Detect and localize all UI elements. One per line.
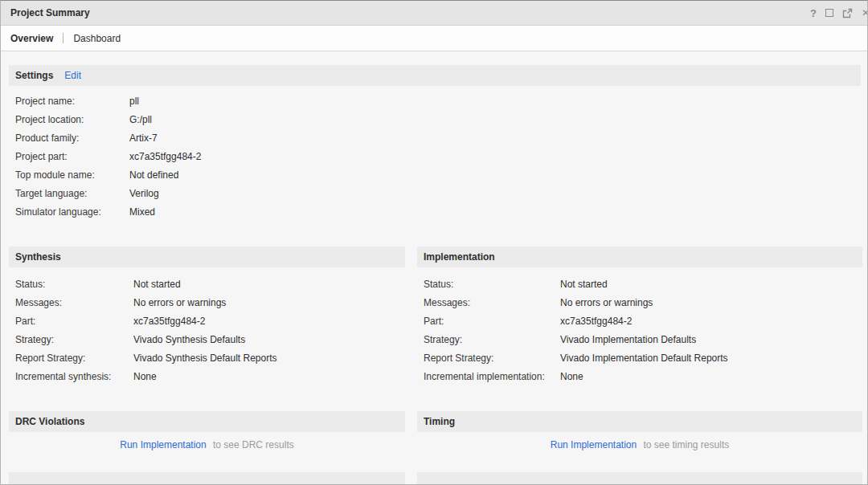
implementation-rows: Status: Not started Messages: No errors … <box>417 267 862 385</box>
synthesis-section: Synthesis Status: Not started Messages: … <box>9 247 405 385</box>
implementation-title: Implementation <box>424 251 495 263</box>
implementation-row-strategy: Strategy: Vivado Implementation Defaults <box>424 330 862 348</box>
settings-row-top-module: Top module name: Not defined <box>15 165 861 184</box>
panel-title: Project Summary <box>10 7 90 18</box>
summary-tabbar: Overview Dashboard <box>1 26 867 51</box>
timing-run-line: Run Implementation to see timing results <box>417 432 862 450</box>
timing-title: Timing <box>424 416 455 427</box>
drc-run-line: Run Implementation to see DRC results <box>9 432 405 450</box>
drc-timing-columns: DRC Violations Run Implementation to see… <box>9 411 861 450</box>
implementation-row-report-strategy: Report Strategy: Vivado Implementation D… <box>424 348 862 367</box>
incremental-synthesis-link[interactable]: None <box>133 371 157 382</box>
incremental-implementation-link[interactable]: None <box>560 371 583 382</box>
implementation-row-part: Part: xc7a35tfgg484-2 <box>424 312 862 330</box>
tab-dashboard[interactable]: Dashboard <box>73 33 121 44</box>
settings-row-simulator-language: Simulator language: Mixed <box>15 202 861 221</box>
drc-violations-title: DRC Violations <box>15 416 84 427</box>
tab-overview[interactable]: Overview <box>10 33 53 44</box>
settings-row-target-language: Target language: Verilog <box>15 184 861 202</box>
help-icon[interactable]: ? <box>810 7 817 19</box>
implementation-row-incremental: Incremental implementation: None <box>424 367 862 385</box>
implementation-row-status: Status: Not started <box>424 275 862 293</box>
project-part-link[interactable]: xc7a35tfgg484-2 <box>129 151 201 162</box>
titlebar-icons: ? ✕ <box>810 7 862 19</box>
implementation-header: Implementation <box>417 247 862 267</box>
cutoff-strip-right <box>417 472 862 485</box>
settings-title: Settings <box>15 70 53 81</box>
settings-row-product-family: Product family: Artix-7 <box>15 128 861 147</box>
settings-row-project-name: Project name: pll <box>15 92 861 110</box>
synthesis-strategy-link[interactable]: Vivado Synthesis Defaults <box>133 334 245 345</box>
synthesis-row-status: Status: Not started <box>15 275 405 293</box>
cutoff-section-strips <box>9 472 861 485</box>
implementation-report-strategy-link[interactable]: Vivado Implementation Default Reports <box>560 353 728 364</box>
panel-titlebar: Project Summary ? ✕ <box>1 1 867 26</box>
implementation-row-messages: Messages: No errors or warnings <box>424 293 862 312</box>
synthesis-row-incremental: Incremental synthesis: None <box>15 367 405 385</box>
cutoff-strip-left <box>9 472 405 485</box>
synthesis-row-report-strategy: Report Strategy: Vivado Synthesis Defaul… <box>15 348 405 367</box>
synthesis-row-strategy: Strategy: Vivado Synthesis Defaults <box>15 330 405 348</box>
synthesis-header: Synthesis <box>9 247 405 267</box>
float-window-icon[interactable] <box>842 8 853 18</box>
settings-header: Settings Edit <box>9 65 861 86</box>
timing-run-implementation-link[interactable]: Run Implementation <box>551 439 637 450</box>
drc-violations-header: DRC Violations <box>9 411 405 432</box>
settings-rows: Project name: pll Project location: G:/p… <box>9 86 861 221</box>
target-language-link[interactable]: Verilog <box>129 188 159 199</box>
synthesis-row-messages: Messages: No errors or warnings <box>15 293 405 312</box>
settings-edit-link[interactable]: Edit <box>64 70 81 81</box>
timing-run-suffix: to see timing results <box>644 439 730 450</box>
drc-run-suffix: to see DRC results <box>213 439 294 450</box>
project-summary-panel: Project Summary ? ✕ Overview Dashboard S… <box>0 0 868 485</box>
close-icon[interactable]: ✕ <box>862 7 867 18</box>
timing-header: Timing <box>417 411 862 432</box>
synthesis-implementation-columns: Synthesis Status: Not started Messages: … <box>9 247 861 385</box>
settings-row-project-location: Project location: G:/pll <box>15 110 861 128</box>
top-module-link[interactable]: Not defined <box>129 169 178 181</box>
settings-row-project-part: Project part: xc7a35tfgg484-2 <box>15 147 861 165</box>
synthesis-row-part: Part: xc7a35tfgg484-2 <box>15 312 405 330</box>
timing-section: Timing Run Implementation to see timing … <box>417 411 862 450</box>
settings-section: Settings Edit Project name: pll Project … <box>9 65 861 221</box>
maximize-icon[interactable] <box>825 9 833 17</box>
synthesis-rows: Status: Not started Messages: No errors … <box>9 267 405 385</box>
implementation-section: Implementation Status: Not started Messa… <box>417 247 862 385</box>
drc-violations-section: DRC Violations Run Implementation to see… <box>9 411 405 450</box>
drc-run-implementation-link[interactable]: Run Implementation <box>120 439 206 450</box>
implementation-strategy-link[interactable]: Vivado Implementation Defaults <box>560 334 696 345</box>
tab-separator <box>63 33 63 43</box>
synthesis-report-strategy-link[interactable]: Vivado Synthesis Default Reports <box>133 353 277 364</box>
synthesis-title: Synthesis <box>15 251 61 263</box>
summary-content: Settings Edit Project name: pll Project … <box>1 51 867 485</box>
simulator-language-link[interactable]: Mixed <box>129 206 155 218</box>
